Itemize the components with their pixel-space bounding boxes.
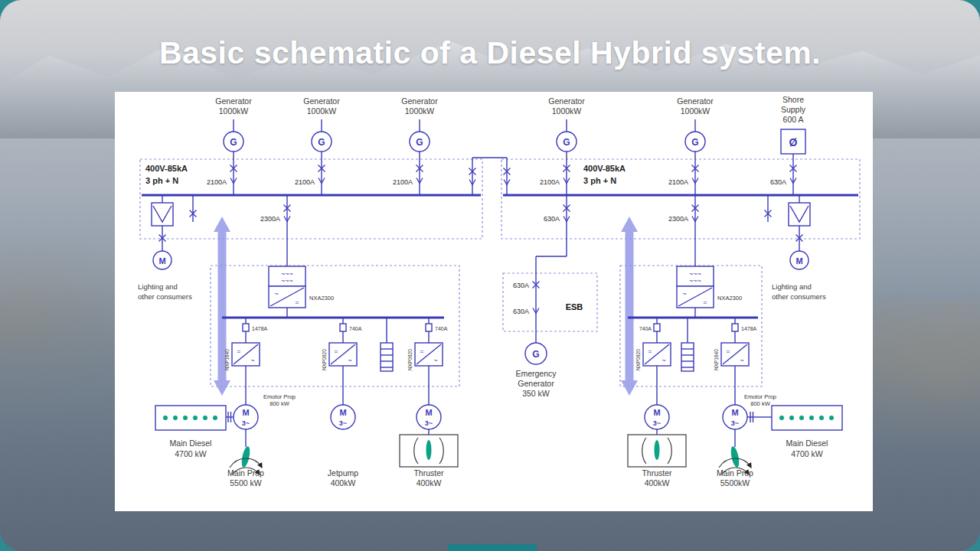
right-prop-label-1: Main Prop [717,468,753,478]
esb-bus-breaker: 630A [544,215,560,223]
left-prop-label-1: Main Prop [227,468,264,478]
generator-5-power: 1000kW [681,106,710,116]
left-switchboard-box [140,159,482,239]
right-converter-model: NXA2300 [717,295,742,302]
generator-1-name: Generator [215,96,252,106]
left-lighting-motor-letter: M [158,256,165,266]
diesel-hybrid-schematic: 400V-85kA 3 ph + N 400V-85kA 3 ph + N Ge… [115,92,873,511]
generator-3: Generator 1000kW G 2100A [393,96,438,195]
generator-5-letter: G [691,137,698,148]
generator-1: Generator 1000kW G 2100A [207,96,252,195]
inverter-left-2-dc: = [334,347,338,355]
left-lighting-label-2: other consumers [138,292,192,301]
inverter-left-3-dc: = [420,347,423,355]
left-thruster-label-2: 400kW [416,478,442,487]
left-bus-voltage: 400V-85kA [145,164,188,173]
esb-label: ESB [566,302,583,311]
shore-label-2: Supply [781,105,806,114]
right-lighting-motor-letter: M [795,256,802,266]
left-emotor-label-1: Emotor Prop [263,393,296,400]
generator-3-name: Generator [401,96,438,106]
right-emotor-label-2: 800 kW [750,400,770,407]
generator-4: Generator 1000kW G 2100A [540,96,585,195]
jetpump-motor-phases: 3~ [339,419,347,427]
generator-3-breaker: 2100A [393,178,413,186]
right-bus-phases: 3 ph + N [583,176,616,185]
generator-1-breaker: 2100A [207,178,227,186]
fuse-left-2-rating: 740A [349,326,362,331]
generator-3-power: 1000kW [405,106,435,116]
left-rectifier-dc: = [295,298,299,306]
right-thruster-label-2: 400kW [645,478,670,487]
inverter-right-thruster: 740A = ~ NXP0820 [635,318,671,405]
right-converter-breaker: 2300A [668,215,688,223]
left-thruster-motor-letter: M [425,408,432,417]
inverter-left-1-dc: = [237,347,240,355]
right-lighting-label-1: Lighting and [772,282,812,291]
busbars [142,195,858,318]
jetpump-motor-letter: M [339,408,346,417]
left-thruster-label-1: Thruster [413,468,444,478]
right-diesel-label-2: 4700 kW [791,449,823,458]
fuse-right-2 [732,324,738,331]
generator-1-letter: G [230,137,237,148]
right-winding-2: ~~~ [689,277,701,285]
drive-motors: M 3~ M 3~ M 3~ M 3~ M 3~ [234,405,747,429]
right-prop-label-2: 5500kW [720,478,750,487]
tunnel-thruster-left: Thruster 400kW [400,429,458,487]
generator-4-breaker: 2100A [540,178,560,186]
left-mainprop-motor-letter: M [242,408,249,417]
fuse-left-2 [340,324,346,331]
inverter-left-2-model: NXP0820 [322,349,327,370]
main-propeller-left: Main Prop 5500 kW [227,429,264,487]
shore-supply: Shore Supply 600 A Ø 630A [770,95,806,195]
jetpump-label: Jetpump 400kW [328,468,358,487]
left-diesel-label-2: 4700 kW [175,449,207,458]
right-thruster-motor-phases: 3~ [653,419,661,427]
emergency-generator-letter: G [532,349,539,360]
shore-glyph: Ø [789,136,798,148]
inverter-left-thruster: 740A = ~ NXP0820 [407,318,448,405]
shore-breaker: 630A [770,178,786,186]
right-thruster-label-1: Thruster [642,468,672,478]
inverter-right-1-model: NXP0820 [635,349,641,370]
generator-5-name: Generator [677,96,714,106]
shore-label-1: Shore [782,95,804,104]
left-bus-phases: 3 ph + N [145,176,178,185]
left-lighting-label-1: Lighting and [138,282,178,291]
lighting-feeder-right: M Lighting and other consumers [765,195,827,301]
main-converter-right: 2300A ~~~ ~~~ ~ = NXA2300 [668,195,742,318]
fuse-right-1 [654,324,660,331]
inverter-left-mainprop: 1478A = ~ NXP1640 [224,318,268,405]
generator-4-letter: G [563,137,570,148]
left-thruster-motor-phases: 3~ [425,419,433,427]
fuse-left-1-rating: 1478A [252,326,268,331]
left-prop-label-2: 5500 kW [230,478,262,487]
main-diesel-left: Main Diesel 4700 kW [155,406,234,458]
fuse-right-1-rating: 740A [639,326,652,331]
right-thruster-blade [655,440,660,460]
presentation-slide: Basic schematic of a Diesel Hybrid syste… [0,0,980,551]
inverter-right-1-ac: ~ [662,357,665,364]
emergency-label-2: Generator [518,379,554,388]
right-lighting-label-2: other consumers [772,292,826,301]
right-rectifier-ac: ~ [682,290,686,298]
left-diesel-label-1: Main Diesel [170,439,212,448]
inverter-left-3-model: NXP0820 [407,349,413,370]
generator-2: Generator 1000kW G 2100A [295,96,340,195]
jetpump-label-1: Jetpump [328,468,358,478]
fuse-left-1 [243,324,249,331]
main-propeller-right: Main Prop 5500kW [717,429,753,487]
inverter-left-2-ac: ~ [348,357,351,364]
schematic-panel: 400V-85kA 3 ph + N 400V-85kA 3 ph + N Ge… [115,92,873,511]
brake-resistor-left [381,318,393,371]
left-converter-model: NXA2300 [309,295,334,302]
generator-2-letter: G [318,137,325,148]
right-mainprop-motor-phases: 3~ [731,419,739,427]
right-switchboard-box [501,159,860,239]
left-mainprop-motor-phases: 3~ [242,419,250,427]
inverter-left-3-ac: ~ [433,357,437,364]
left-propeller-blade [240,445,252,468]
generator-4-power: 1000kW [552,106,582,116]
left-converter-breaker: 2300A [260,215,280,223]
